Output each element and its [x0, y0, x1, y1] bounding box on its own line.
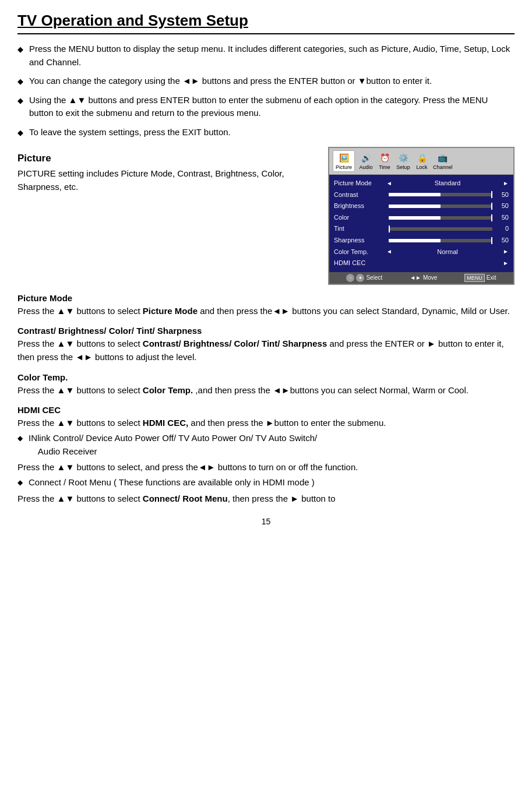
color-bar-fill [389, 216, 441, 220]
hdmi-bullet-2: ◆ Connect / Root Menu ( These functions … [17, 476, 515, 489]
picture-mode-text: Press the ▲▼ buttons to select Picture M… [17, 304, 515, 318]
brightness-bar [389, 205, 492, 208]
contrast-bar-marker [491, 191, 492, 198]
intro-item-2: ◆ You can change the category using the … [17, 75, 515, 88]
picture-section: Picture PICTURE setting includes Picture… [17, 147, 515, 285]
footer-move-label: Move [423, 274, 437, 281]
hdmi-press-text: Press the ▲▼ buttons to select, and pres… [17, 460, 515, 474]
footer-select: ○ ● Select [346, 274, 382, 282]
hdmi-cec-heading: HDMI CEC [17, 405, 515, 415]
picture-description: PICTURE setting includes Picture Mode, C… [17, 167, 316, 194]
diamond-icon-1: ◆ [17, 44, 23, 55]
hdmi-cec-bold: HDMI CEC, [143, 418, 188, 428]
color-temp-heading: Color Temp. [17, 372, 515, 382]
tint-bar-marker [389, 225, 390, 232]
left-arrow-picture-mode: ◄ [386, 179, 392, 188]
tri-up-down-5: ▲▼ [57, 462, 75, 472]
tv-icon-lock: 🔒 Lock [414, 152, 429, 170]
tri-right-2: ► [427, 339, 436, 348]
hdmi-bullet-2-text: Connect / Root Menu ( These functions ar… [29, 476, 315, 489]
menu-row-hdmi-cec: HDMI CEC ► [334, 258, 509, 269]
contrast-bold: Contrast/ Brightness/ Color/ Tint/ Sharp… [143, 339, 327, 348]
tv-menu-icons: 🖼️ Picture 🔊 Audio ⏰ Time ⚙️ Setup 🔒 [329, 148, 513, 175]
color-bar [389, 216, 492, 220]
right-arrow-hdmi-cec: ► [503, 259, 509, 268]
intro-text-4: To leave the system settings, press the … [29, 126, 231, 139]
picture-mode-heading: Picture Mode [17, 293, 515, 303]
right-arrow-picture-mode: ► [503, 179, 509, 188]
menu-row-sharpness: Sharpness 50 [334, 235, 509, 246]
right-arrow-color-temp: ► [503, 247, 509, 256]
contrast-heading: Contrast/ Brightness/ Color/ Tint/ Sharp… [17, 326, 515, 336]
tri-right-3: ► [266, 418, 274, 428]
left-right-icon: ◄► [410, 274, 421, 281]
intro-list: ◆ Press the MENU button to display the s… [17, 43, 515, 139]
intro-item-1: ◆ Press the MENU button to display the s… [17, 43, 515, 69]
menu-row-tint: Tint 0 [334, 224, 509, 234]
tri-left-right-3: ◄► [273, 385, 290, 395]
diamond-icon-hdmi2: ◆ [17, 477, 23, 488]
tri-up-down-3: ▲▼ [57, 385, 75, 395]
diamond-icon-hdmi1: ◆ [17, 433, 23, 443]
tri-left-right-4: ◄► [198, 462, 216, 472]
tv-icon-channel: 📺 Channel [433, 152, 453, 170]
footer-select-label: Select [366, 274, 382, 281]
picture-heading: Picture [17, 153, 316, 164]
contrast-bar-fill [389, 193, 441, 196]
sharpness-bar-fill [389, 239, 441, 242]
tv-icon-setup: ⚙️ Setup [396, 152, 411, 170]
tri-up-down-1: ▲▼ [57, 306, 75, 316]
tri-left-right-1: ◄► [272, 306, 290, 316]
connect-root-bold: Connect/ Root Menu [143, 494, 228, 503]
menu-row-contrast: Contrast 50 [334, 190, 509, 200]
page-number: 15 [17, 517, 515, 526]
color-temp-bold: Color Temp. [143, 385, 193, 395]
tv-icon-audio: 🔊 Audio [358, 152, 374, 170]
tint-bar [389, 227, 492, 231]
hdmi-bullet-1-text: INlink Control/ Device Auto Power Off/ T… [29, 432, 317, 458]
footer-move: ◄► Move [410, 274, 437, 281]
menu-row-picture-mode: Picture Mode ◄ Standard ► [334, 178, 509, 189]
tv-icon-picture: 🖼️ Picture [333, 150, 355, 172]
menu-row-color-temp: Color Temp. ◄ Normal ► [334, 247, 509, 258]
tv-menu-image: 🖼️ Picture 🔊 Audio ⏰ Time ⚙️ Setup 🔒 [328, 147, 515, 285]
intro-text-2: You can change the category using the ◄►… [29, 75, 432, 88]
tv-icon-time: ⏰ Time [377, 152, 392, 170]
audio-icon: 🔊 [358, 152, 374, 164]
color-temp-text: Press the ▲▼ buttons to select Color Tem… [17, 383, 515, 397]
picture-icon: 🖼️ [336, 152, 351, 164]
tv-menu-rows: Picture Mode ◄ Standard ► Contrast 50 [329, 175, 513, 272]
tri-up-down-4: ▲▼ [57, 418, 75, 428]
hdmi-bullet-list-2: ◆ Connect / Root Menu ( These functions … [17, 476, 515, 489]
select-circle-btn: ○ [346, 274, 354, 282]
intro-text-1: Press the MENU button to display the set… [29, 43, 515, 69]
hdmi-cec-intro: Press the ▲▼ buttons to select HDMI CEC,… [17, 416, 515, 429]
brightness-bar-fill [389, 205, 441, 208]
tri-right-4: ► [290, 494, 299, 503]
setup-icon: ⚙️ [396, 152, 411, 164]
intro-item-4: ◆ To leave the system settings, press th… [17, 126, 515, 139]
picture-text-block: Picture PICTURE setting includes Picture… [17, 147, 328, 196]
tv-menu-box: 🖼️ Picture 🔊 Audio ⏰ Time ⚙️ Setup 🔒 [328, 147, 515, 285]
hdmi-bullet-list: ◆ INlink Control/ Device Auto Power Off/… [17, 432, 515, 458]
menu-row-brightness: Brightness 50 [334, 201, 509, 212]
sharpness-bar [389, 239, 492, 242]
tri-left-right-2: ◄► [75, 352, 93, 362]
sharpness-bar-marker [491, 237, 492, 244]
tv-menu-footer: ○ ● Select ◄► Move MENU Exit [329, 272, 513, 284]
diamond-icon-2: ◆ [17, 76, 23, 87]
contrast-bar [389, 193, 492, 196]
left-arrow-color-temp: ◄ [386, 247, 392, 256]
menu-key-label: MENU [464, 274, 485, 282]
footer-exit: MENU Exit [464, 274, 496, 282]
menu-row-color: Color 50 [334, 213, 509, 223]
footer-exit-label: Exit [487, 274, 496, 281]
tri-up-down-2: ▲▼ [57, 339, 75, 348]
channel-icon: 📺 [435, 152, 450, 164]
brightness-bar-marker [491, 203, 492, 210]
picture-mode-bold: Picture Mode [143, 306, 198, 316]
time-icon: ⏰ [377, 152, 392, 164]
hdmi-bullet-1: ◆ INlink Control/ Device Auto Power Off/… [17, 432, 515, 458]
diamond-icon-4: ◆ [17, 127, 23, 139]
diamond-icon-3: ◆ [17, 95, 23, 107]
